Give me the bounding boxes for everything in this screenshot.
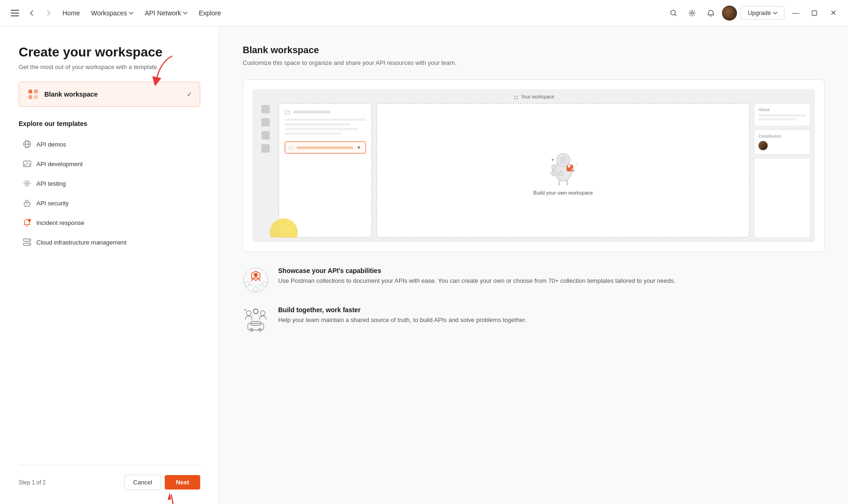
maximize-button[interactable]	[807, 6, 822, 21]
svg-text:+: +	[576, 161, 578, 166]
avatar[interactable]	[722, 6, 737, 21]
upgrade-label: Upgrade	[748, 9, 771, 16]
svg-rect-1	[11, 13, 19, 14]
template-label: API demos	[36, 141, 66, 148]
svg-text:+: +	[549, 171, 552, 175]
cancel-button[interactable]: Cancel	[124, 475, 161, 490]
svg-point-15	[27, 204, 28, 205]
nav-workspaces-label: Workspaces	[91, 9, 127, 17]
chevron-down-icon	[183, 12, 188, 14]
feature-row-2: ✦ Build together, work faster Help your …	[243, 306, 825, 332]
template-label: Incident response	[36, 219, 84, 226]
left-panel: Create your workspace Get the most out o…	[0, 26, 219, 504]
nav-api-network[interactable]: API Network	[140, 7, 192, 20]
templates-section: Explore our templates API demos	[19, 120, 200, 252]
minimize-button[interactable]: —	[788, 6, 803, 21]
svg-rect-5	[812, 11, 817, 15]
template-label: API testing	[36, 180, 66, 187]
svg-rect-9	[34, 95, 38, 99]
template-label: Cloud infrastructure management	[36, 239, 126, 246]
preview-title: Blank workspace	[243, 45, 825, 56]
svg-point-16	[28, 219, 31, 222]
code-icon	[22, 159, 32, 168]
build-panel-label: Build your own workspace	[533, 190, 593, 196]
checkmark-icon: ✓	[187, 91, 192, 98]
svg-point-37	[262, 282, 267, 287]
svg-point-23	[560, 156, 567, 164]
lock-icon	[22, 198, 32, 208]
page-title: Create your workspace	[19, 45, 200, 60]
template-list: API demos API development	[19, 135, 200, 252]
next-button[interactable]: Next	[165, 475, 200, 490]
alert-icon	[22, 218, 32, 227]
template-item-incident-response[interactable]: Incident response	[19, 213, 200, 232]
gear-icon	[22, 179, 32, 188]
svg-rect-31	[558, 171, 563, 176]
workspace-icon-sm	[513, 94, 519, 99]
folder-icon	[285, 109, 290, 115]
svg-rect-0	[11, 10, 19, 11]
svg-point-35	[254, 273, 258, 277]
close-button[interactable]: ✕	[826, 6, 841, 21]
template-item-api-security[interactable]: API security	[19, 194, 200, 212]
hamburger-menu-button[interactable]	[7, 6, 22, 21]
template-item-api-testing[interactable]: API testing	[19, 174, 200, 193]
server-icon	[22, 238, 32, 247]
template-item-cloud-infra[interactable]: Cloud infrastructure management	[19, 233, 200, 252]
preview-subtitle: Customize this space to organize and sha…	[243, 59, 825, 66]
feature2-icon: ✦	[243, 306, 269, 332]
nav-api-network-label: API Network	[145, 9, 181, 17]
templates-title: Explore our templates	[19, 120, 200, 127]
main-layout: Create your workspace Get the most out o…	[0, 26, 848, 504]
search-button[interactable]	[666, 6, 681, 21]
blank-workspace-label: Blank workspace	[44, 91, 187, 98]
svg-point-19	[29, 240, 30, 241]
svg-rect-2	[11, 15, 19, 16]
bottom-buttons: Cancel Next	[124, 475, 200, 490]
svg-text:✦: ✦	[551, 157, 554, 162]
chevron-down-icon	[773, 12, 778, 14]
svg-text:·: ·	[573, 157, 574, 161]
svg-point-36	[245, 282, 249, 287]
template-item-api-demos[interactable]: API demos	[19, 135, 200, 154]
feature-row-1: Showcase your API's capabilities Use Pos…	[243, 267, 825, 293]
chevron-down-icon	[129, 12, 133, 14]
grid-icon	[27, 88, 40, 101]
svg-rect-30	[552, 171, 556, 176]
page-subtitle: Get the most out of your workspace with …	[19, 63, 200, 70]
step-indicator: Step 1 of 2	[19, 479, 46, 486]
notifications-button[interactable]	[703, 6, 718, 21]
svg-point-13	[26, 182, 28, 185]
astronaut-illustration: ✦ · + +	[542, 145, 584, 187]
template-item-api-development[interactable]: API development	[19, 154, 200, 173]
back-button[interactable]	[24, 6, 39, 21]
nav-explore[interactable]: Explore	[194, 7, 225, 20]
topbar-right: Upgrade — ✕	[666, 6, 841, 21]
template-label: API development	[36, 161, 83, 168]
upgrade-button[interactable]: Upgrade	[741, 6, 785, 20]
globe-icon	[22, 140, 32, 149]
template-label: API security	[36, 200, 69, 207]
svg-point-20	[29, 244, 30, 245]
nav-explore-label: Explore	[199, 9, 221, 17]
svg-rect-7	[34, 90, 38, 93]
nav-home-label: Home	[63, 9, 80, 17]
forward-button[interactable]	[41, 6, 56, 21]
nav-workspaces[interactable]: Workspaces	[86, 7, 138, 20]
blank-workspace-option[interactable]: Blank workspace ✓	[19, 82, 200, 107]
feature1-content: Showcase your API's capabilities Use Pos…	[278, 267, 675, 286]
feature2-desc: Help your team maintain a shared source …	[278, 315, 526, 325]
feature1-desc: Use Postman collections to document your…	[278, 276, 675, 286]
topbar-left: Home Workspaces API Network Explore	[7, 6, 662, 21]
settings-button[interactable]	[685, 6, 700, 21]
svg-text:✦: ✦	[244, 308, 247, 312]
svg-rect-29	[552, 165, 556, 169]
folder-icon-sm	[289, 145, 294, 150]
svg-rect-6	[28, 90, 32, 93]
svg-point-38	[253, 287, 258, 291]
feature1-title: Showcase your API's capabilities	[278, 267, 675, 274]
feature1-icon	[243, 267, 269, 293]
feature2-content: Build together, work faster Help your te…	[278, 306, 526, 325]
svg-point-43	[260, 311, 265, 315]
nav-home[interactable]: Home	[58, 7, 84, 20]
